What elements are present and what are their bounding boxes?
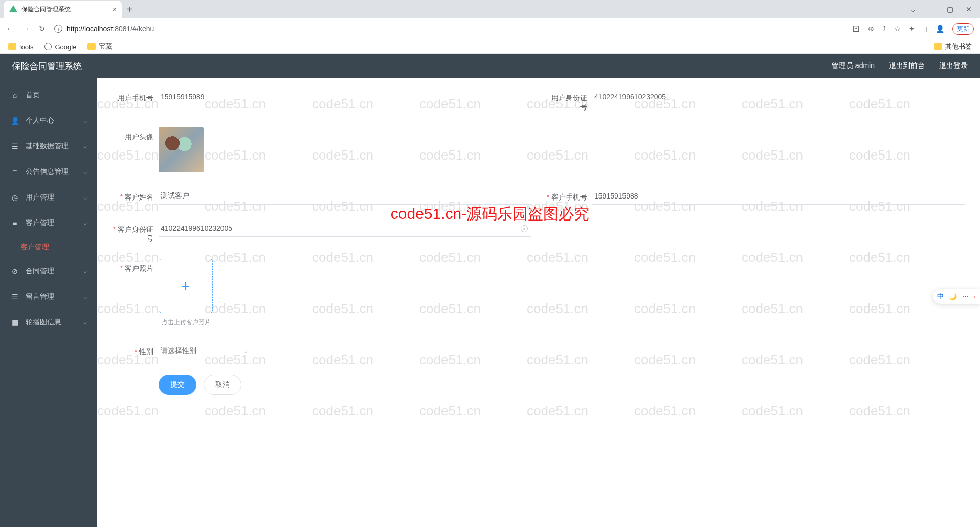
browser-chrome: 保险合同管理系统 × + ⌵ — ▢ ✕ ← → ↻ i http://loca…: [0, 0, 980, 54]
folder-icon: [87, 43, 96, 50]
carousel-icon: ▦: [10, 318, 19, 326]
chevron-down-icon: ⌵: [83, 219, 87, 227]
panel-icon[interactable]: ▯: [923, 25, 927, 33]
label-cust-name: 客户姓名: [113, 188, 153, 202]
upload-hint: 点击上传客户照片: [159, 318, 965, 327]
sidebar-item-carousel[interactable]: ▦轮播图信息⌵: [0, 310, 97, 335]
maximize-icon[interactable]: ▢: [947, 5, 953, 13]
new-tab-button[interactable]: +: [122, 4, 138, 15]
star-icon[interactable]: ☆: [894, 25, 901, 33]
sidebar-item-basedata[interactable]: ☰基础数据管理⌵: [0, 134, 97, 159]
label-cust-phone: 客户手机号: [546, 188, 587, 202]
browser-tab[interactable]: 保险合同管理系统 ×: [4, 1, 122, 18]
label-user-avatar: 用户头像: [113, 127, 153, 142]
sidebar-item-home[interactable]: ⌂首页: [0, 82, 97, 108]
label-cust-photo: 客户照片: [113, 259, 153, 273]
user-id-input[interactable]: [592, 89, 965, 105]
chevron-down-icon: ⌵: [83, 168, 87, 175]
share-icon[interactable]: ⤴: [882, 25, 886, 33]
user-label[interactable]: 管理员 admin: [832, 61, 875, 71]
logout-link[interactable]: 退出登录: [939, 61, 968, 71]
cust-name-input[interactable]: [159, 188, 531, 205]
window-controls: ⌵ — ▢ ✕: [911, 5, 980, 13]
folder-icon: [8, 43, 16, 50]
back-front-link[interactable]: 退出到前台: [889, 61, 925, 71]
clear-icon[interactable]: ×: [521, 225, 528, 232]
bookmark-bar: tools Google 宝藏 其他书签: [0, 39, 980, 54]
globe-icon: [44, 43, 52, 50]
chevron-down-icon: ⌵: [83, 319, 87, 326]
url-field[interactable]: i http://localhost:8081/#/kehu: [54, 25, 843, 33]
chevron-down-icon: ⌵: [83, 143, 87, 150]
reload-icon[interactable]: ↻: [39, 25, 45, 33]
bookmark-tools[interactable]: tools: [8, 43, 33, 51]
moon-icon[interactable]: 🌙: [949, 293, 957, 300]
bookmark-google[interactable]: Google: [44, 43, 76, 51]
forward-icon[interactable]: →: [23, 25, 30, 33]
message-icon: ☰: [10, 293, 19, 301]
submit-button[interactable]: 提交: [159, 375, 196, 395]
list-icon: ≡: [10, 219, 19, 227]
gender-select[interactable]: [159, 342, 251, 359]
chevron-down-icon: ⌵: [83, 268, 87, 275]
sidebar-item-user[interactable]: ◷用户管理⌵: [0, 185, 97, 210]
close-icon[interactable]: ×: [113, 5, 117, 13]
label-user-id: 用户身份证号: [546, 89, 587, 112]
home-icon: ⌂: [10, 91, 19, 99]
cust-id-input[interactable]: [159, 220, 531, 237]
sidebar-item-contract[interactable]: ⊘合同管理⌵: [0, 258, 97, 284]
app-header: 保险合同管理系统 管理员 admin 退出到前台 退出登录: [0, 54, 980, 78]
ime-lang[interactable]: 中: [937, 292, 944, 301]
chevron-down-icon: ⌵: [83, 293, 87, 300]
upload-photo-button[interactable]: +: [159, 259, 213, 313]
sidebar-item-message[interactable]: ☰留言管理⌵: [0, 284, 97, 310]
dropdown-icon[interactable]: ⌵: [911, 5, 915, 13]
database-icon: ☰: [10, 142, 19, 150]
back-icon[interactable]: ←: [6, 25, 13, 33]
person-icon: 👤: [10, 117, 19, 125]
zoom-icon[interactable]: ⊕: [868, 25, 874, 33]
chevron-down-icon: ⌵: [83, 117, 87, 124]
tab-bar: 保险合同管理系统 × + ⌵ — ▢ ✕: [0, 0, 980, 18]
label-user-phone: 用户手机号: [113, 89, 153, 103]
bookmark-baozang[interactable]: 宝藏: [87, 42, 112, 51]
info-icon[interactable]: i: [54, 25, 62, 33]
chevron-down-icon: ⌵: [83, 194, 87, 201]
expand-icon[interactable]: ›: [974, 293, 976, 300]
sidebar-item-announce[interactable]: ≡公告信息管理⌵: [0, 159, 97, 185]
minimize-icon[interactable]: —: [927, 5, 934, 13]
extension-icon[interactable]: ✦: [909, 25, 915, 33]
clock-icon: ◷: [10, 193, 19, 202]
main-content: code51.cncode51.cncode51.cncode51.cncode…: [97, 78, 980, 527]
check-icon: ⊘: [10, 267, 19, 275]
user-avatar-image[interactable]: [159, 127, 204, 172]
user-phone-input[interactable]: [159, 89, 531, 105]
tab-title: 保险合同管理系统: [21, 5, 108, 14]
chevron-down-icon: ⌵: [244, 347, 248, 355]
favicon: [9, 5, 17, 13]
key-icon[interactable]: ⚿: [853, 25, 860, 33]
announce-icon: ≡: [10, 168, 19, 176]
dots-icon[interactable]: ⋯: [962, 293, 969, 300]
sidebar-item-profile[interactable]: 👤个人中心⌵: [0, 108, 97, 134]
ime-toolbar[interactable]: 中 🌙 ⋯ ›: [933, 289, 980, 304]
cust-phone-input[interactable]: [592, 188, 965, 205]
close-window-icon[interactable]: ✕: [966, 5, 972, 13]
label-cust-id: 客户身份证号: [113, 220, 153, 244]
cancel-button[interactable]: 取消: [204, 375, 241, 395]
app-title: 保险合同管理系统: [12, 60, 82, 72]
label-gender: 性别: [113, 342, 153, 357]
folder-icon: [934, 43, 942, 50]
sidebar-item-customer[interactable]: ≡客户管理⌵: [0, 210, 97, 236]
avatar-icon[interactable]: 👤: [936, 25, 944, 33]
sidebar-item-customer-manage[interactable]: 客户管理: [0, 236, 97, 258]
address-bar: ← → ↻ i http://localhost:8081/#/kehu ⚿ ⊕…: [0, 18, 980, 39]
other-bookmarks[interactable]: 其他书签: [934, 42, 972, 51]
update-button[interactable]: 更新: [952, 23, 974, 35]
sidebar: ⌂首页 👤个人中心⌵ ☰基础数据管理⌵ ≡公告信息管理⌵ ◷用户管理⌵ ≡客户管…: [0, 78, 97, 527]
